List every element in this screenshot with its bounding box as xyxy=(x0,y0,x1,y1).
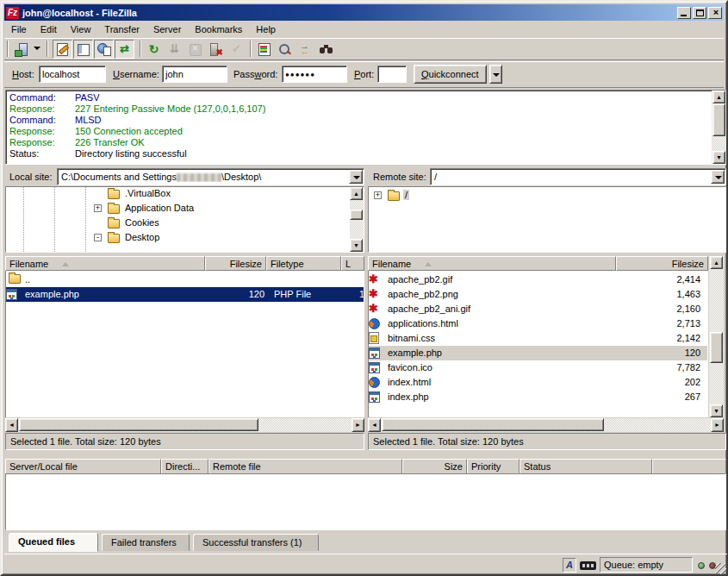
local-selection-status: Selected 1 file. Total size: 120 bytes xyxy=(5,433,364,450)
menu-edit[interactable]: Edit xyxy=(34,22,64,36)
remote-site-path: / xyxy=(434,172,708,182)
remote-list-scrollbar[interactable]: ▲ ▼ xyxy=(709,256,724,417)
remote-file-row[interactable]: applications.html 2,713 xyxy=(369,316,707,331)
host-input[interactable] xyxy=(39,66,106,83)
remote-file-row[interactable]: bitnami.css 2,142 xyxy=(369,331,707,346)
reconnect-button[interactable]: ✔ xyxy=(227,40,246,59)
filter-button[interactable] xyxy=(254,40,274,59)
tree-item-cookies[interactable]: Cookies xyxy=(6,216,364,231)
toggle-message-log-button[interactable] xyxy=(53,40,72,59)
directory-comparison-button[interactable] xyxy=(275,40,295,59)
toggle-remote-tree-button[interactable] xyxy=(94,40,114,59)
menu-file[interactable]: File xyxy=(4,22,34,36)
column-header-filesize[interactable]: Filesize xyxy=(205,256,266,271)
local-hscrollbar-thumb[interactable] xyxy=(19,418,258,431)
local-site-combobox[interactable]: C:\Documents and Settings\Desktop\ xyxy=(57,168,364,185)
tab-successful-transfers[interactable]: Successful transfers (1) xyxy=(193,534,319,551)
filesize-cell: 7,782 xyxy=(627,362,700,373)
expand-icon[interactable]: + xyxy=(94,204,102,212)
disconnect-button[interactable] xyxy=(206,40,226,59)
toggle-local-tree-button[interactable] xyxy=(73,40,93,59)
refresh-button[interactable]: ↻ xyxy=(144,40,164,59)
local-tree-scrollbar[interactable]: ▲ ▼ xyxy=(350,187,364,252)
column-header-lastmodified[interactable]: L xyxy=(341,256,364,271)
remote-file-row[interactable]: favicon.ico 7,782 xyxy=(369,360,707,375)
port-input[interactable] xyxy=(377,66,407,83)
local-file-row-selected[interactable]: example.php 120 PHP File 1 xyxy=(6,287,364,302)
find-files-button[interactable] xyxy=(316,40,336,59)
tree-item-root[interactable]: + / xyxy=(369,189,725,203)
quickconnect-button[interactable]: Quickconnect xyxy=(414,65,487,84)
toolbar-separator xyxy=(250,41,252,57)
tree-item-desktop[interactable]: - Desktop xyxy=(6,231,364,246)
menu-view[interactable]: View xyxy=(64,22,98,36)
remote-list-hscrollbar[interactable]: ◄ ► xyxy=(368,418,724,432)
tree-item-virtualbox[interactable]: .VirtualBox xyxy=(6,187,364,202)
remote-site-combobox[interactable]: / xyxy=(430,168,726,185)
remote-file-row[interactable]: index.html 202 xyxy=(369,375,707,390)
remote-file-row[interactable]: ✱ apache_pb2.gif 2,414 xyxy=(369,272,707,287)
collapse-icon[interactable]: - xyxy=(94,234,102,241)
local-site-dropdown-icon[interactable] xyxy=(349,170,363,184)
menu-transfer[interactable]: Transfer xyxy=(97,22,146,36)
local-tree-scrollbar-thumb[interactable] xyxy=(350,210,363,220)
remote-hscrollbar-thumb[interactable] xyxy=(382,418,604,431)
toolbar-separator xyxy=(47,41,48,57)
filter-icon xyxy=(257,42,271,56)
username-input[interactable] xyxy=(162,66,227,83)
log-scrollbar-thumb[interactable] xyxy=(712,103,725,136)
log-line: Response:227 Entering Passive Mode (127,… xyxy=(9,103,265,115)
tab-queued-files[interactable]: Queued files xyxy=(9,533,98,552)
password-label: Password: xyxy=(233,69,277,79)
remote-file-row[interactable]: index.php 267 xyxy=(369,390,707,404)
remote-site-dropdown-icon[interactable] xyxy=(711,170,725,184)
menu-help[interactable]: Help xyxy=(249,22,283,36)
window-title: john@localhost - FileZilla xyxy=(22,8,675,18)
local-site-path: C:\Documents and Settings\Desktop\ xyxy=(61,172,346,182)
local-list-hscrollbar[interactable]: ◄ ► xyxy=(5,418,364,432)
local-file-row[interactable]: .. xyxy=(6,272,364,287)
apache-image-icon: ✱ xyxy=(369,303,381,315)
local-site-label: Local site: xyxy=(9,172,53,182)
resize-grip[interactable] xyxy=(715,563,726,574)
password-input[interactable] xyxy=(282,66,347,83)
remote-list-scrollbar-thumb[interactable] xyxy=(710,332,723,363)
close-button[interactable]: × xyxy=(708,7,722,19)
tab-failed-transfers[interactable]: Failed transfers xyxy=(102,534,190,551)
title-bar[interactable]: Fz john@localhost - FileZilla × xyxy=(4,4,724,21)
cancel-operation-button[interactable] xyxy=(185,40,205,59)
transfer-queue-list[interactable] xyxy=(5,473,726,530)
maximize-button[interactable] xyxy=(693,7,706,19)
filezilla-window: Fz john@localhost - FileZilla × File Edi… xyxy=(0,0,728,576)
sync-browsing-icon xyxy=(298,42,313,56)
column-header-filename[interactable]: Filename xyxy=(368,256,616,271)
html-file-icon xyxy=(369,318,380,329)
remote-selection-status: Selected 1 file. Total size: 120 bytes xyxy=(368,433,726,450)
menu-bookmarks[interactable]: Bookmarks xyxy=(188,22,249,36)
quickconnect-dropdown-button[interactable] xyxy=(489,65,502,84)
site-manager-dropdown-icon[interactable] xyxy=(34,47,40,50)
encryption-indicator-icon[interactable] xyxy=(580,561,596,570)
filesize-cell: 267 xyxy=(627,391,700,402)
remote-file-row-selected[interactable]: example.php 120 xyxy=(369,346,707,360)
redacted-username xyxy=(177,173,221,182)
expand-icon[interactable]: + xyxy=(374,191,382,199)
tree-item-application-data[interactable]: + Application Data xyxy=(6,202,364,216)
data-type-indicator-icon[interactable]: A xyxy=(563,558,576,573)
site-manager-button[interactable] xyxy=(11,40,31,59)
filesize-cell: 2,414 xyxy=(627,274,700,285)
column-header-filetype[interactable]: Filetype xyxy=(266,256,341,271)
remote-file-row[interactable]: ✱ apache_pb2.png 1,463 xyxy=(369,287,707,302)
column-header-filesize[interactable]: Filesize xyxy=(616,256,708,271)
column-header-filename[interactable]: Filename xyxy=(5,256,205,271)
synchronized-browsing-button[interactable] xyxy=(296,40,315,59)
menu-server[interactable]: Server xyxy=(146,22,188,36)
apache-image-icon: ✱ xyxy=(369,273,381,285)
log-scrollbar[interactable]: ▲ ▼ xyxy=(712,91,726,164)
remote-file-row[interactable]: ✱ apache_pb2_ani.gif 2,160 xyxy=(369,302,707,316)
minimize-button[interactable] xyxy=(677,7,691,19)
ico-file-icon xyxy=(369,362,380,373)
toggle-transfer-queue-button[interactable]: ⇄ xyxy=(115,40,134,59)
process-queue-button[interactable]: ⇊ xyxy=(165,40,184,59)
site-manager-icon xyxy=(14,42,28,56)
